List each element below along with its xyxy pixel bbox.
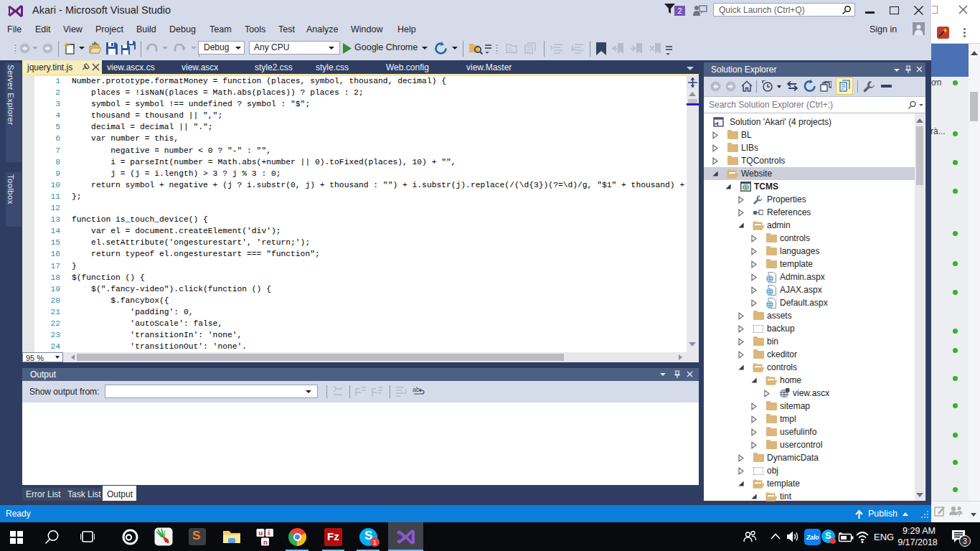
svg-text:i: i [268, 529, 270, 537]
svg-text:n: n [263, 538, 268, 546]
svg-text:ab: ab [413, 386, 420, 393]
svg-text:u: u [259, 529, 263, 537]
